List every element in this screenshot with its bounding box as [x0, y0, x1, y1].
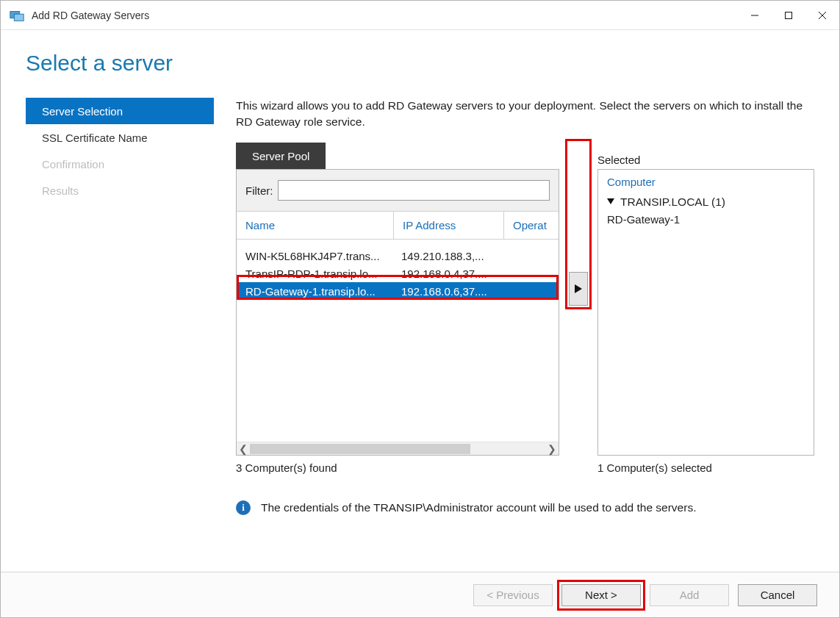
intro-text: This wizard allows you to add RD Gateway…: [236, 98, 814, 129]
scroll-thumb[interactable]: [250, 444, 470, 454]
selected-count-label: 1 Computer(s) selected: [597, 456, 814, 474]
column-header-os[interactable]: Operat: [504, 212, 559, 239]
pool-count-label: 3 Computer(s) found: [236, 456, 559, 474]
svg-marker-7: [607, 198, 614, 204]
previous-button: < Previous: [473, 584, 553, 606]
info-icon: i: [236, 500, 251, 515]
svg-marker-6: [575, 284, 582, 293]
page-title: Select a server: [1, 30, 839, 79]
tree-group[interactable]: TRANSIP.LOCAL (1): [607, 195, 805, 209]
step-confirmation: Confirmation: [26, 151, 214, 177]
next-button[interactable]: Next >: [561, 584, 641, 606]
window-controls: [738, 1, 839, 29]
horizontal-scrollbar[interactable]: ❮ ❯: [237, 442, 559, 455]
step-server-selection[interactable]: Server Selection: [26, 98, 214, 124]
selected-box: Computer TRANSIP.LOCAL (1) RD-Gateway-1: [597, 169, 814, 456]
svg-rect-3: [786, 12, 792, 18]
filter-label: Filter:: [245, 184, 273, 197]
scroll-right-icon[interactable]: ❯: [545, 442, 559, 456]
add-to-selected-button[interactable]: [569, 272, 588, 306]
tree-group-label: TRANSIP.LOCAL (1): [620, 195, 725, 209]
table-row[interactable]: TransIP-RDP-1.transip.lo... 192.168.0.4,…: [237, 265, 559, 282]
wizard-window: Add RD Gateway Servers Select a server S…: [0, 0, 840, 618]
server-pool-box: Filter: Name IP Address Operat: [236, 169, 559, 456]
maximize-button[interactable]: [772, 1, 805, 29]
minimize-button[interactable]: [738, 1, 772, 29]
column-header-computer[interactable]: Computer: [607, 176, 805, 188]
cancel-button[interactable]: Cancel: [738, 584, 817, 606]
server-pool-rows: WIN-K5L68HKJ4P7.trans... 149.210.188.3,.…: [237, 240, 559, 442]
table-row[interactable]: RD-Gateway-1.transip.lo... 192.168.0.6,3…: [237, 282, 559, 300]
window-title: Add RD Gateway Servers: [32, 10, 149, 21]
button-bar: < Previous Next > Add Cancel: [1, 572, 839, 617]
table-row[interactable]: WIN-K5L68HKJ4P7.trans... 149.210.188.3,.…: [237, 247, 559, 265]
content-area: Select a server Server Selection SSL Cer…: [1, 30, 839, 572]
wizard-steps: Server Selection SSL Certificate Name Co…: [26, 98, 214, 572]
titlebar: Add RD Gateway Servers: [1, 1, 839, 30]
selected-item[interactable]: RD-Gateway-1: [607, 213, 805, 226]
svg-rect-1: [14, 14, 24, 21]
column-header-name[interactable]: Name: [237, 212, 394, 239]
add-button: Add: [650, 584, 729, 606]
close-button[interactable]: [805, 1, 839, 29]
filter-input[interactable]: [278, 180, 550, 201]
scroll-left-icon[interactable]: ❮: [237, 442, 250, 456]
selected-header: Selected: [597, 143, 814, 169]
collapse-icon: [607, 198, 614, 206]
tab-server-pool[interactable]: Server Pool: [236, 143, 326, 169]
app-icon: [7, 5, 27, 26]
info-text: The credentials of the TRANSIP\Administr…: [261, 501, 696, 514]
step-ssl-certificate-name[interactable]: SSL Certificate Name: [26, 124, 214, 151]
step-results: Results: [26, 177, 214, 204]
column-header-ip[interactable]: IP Address: [394, 212, 504, 239]
